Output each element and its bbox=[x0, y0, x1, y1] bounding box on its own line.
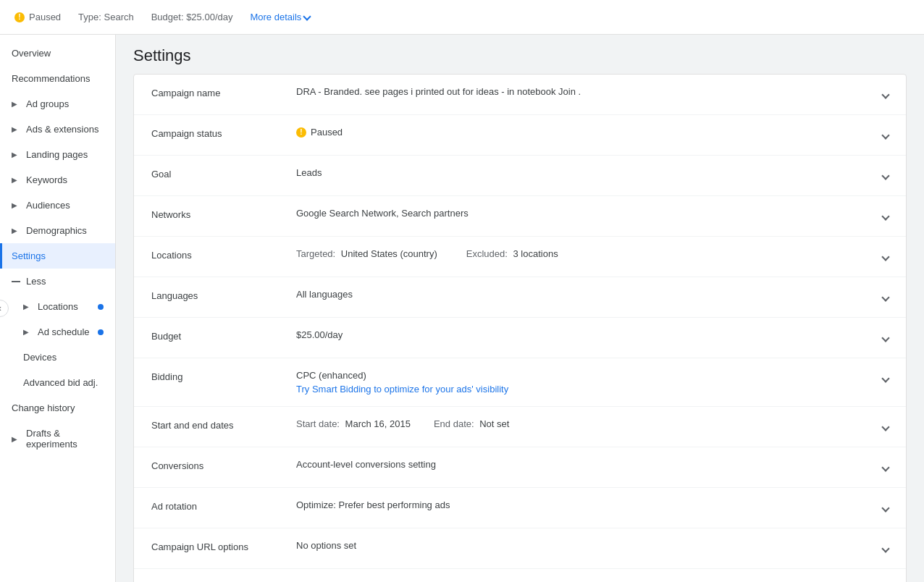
targeted-container: Targeted: United States (country) bbox=[296, 248, 437, 259]
settings-row-languages[interactable]: Languages All languages bbox=[134, 277, 906, 318]
chevron-down-icon bbox=[303, 12, 311, 20]
sidebar-item-ad-schedule[interactable]: ▶ Ad schedule bbox=[0, 319, 115, 345]
expand-row-icon[interactable] bbox=[871, 540, 889, 554]
chevron-icon bbox=[881, 212, 889, 220]
end-date-value: Not set bbox=[479, 418, 509, 429]
expand-row-icon[interactable] bbox=[871, 289, 889, 303]
sidebar-item-locations[interactable]: ▶ Locations bbox=[0, 294, 115, 319]
campaign-status-bar: ! Paused bbox=[14, 12, 61, 22]
settings-row-goal[interactable]: Goal Leads bbox=[134, 156, 906, 196]
sidebar-item-label: Devices bbox=[23, 352, 56, 363]
settings-row-budget[interactable]: Budget $25.00/day bbox=[134, 318, 906, 358]
paused-status-icon: ! bbox=[296, 127, 306, 138]
expand-icon: ▶ bbox=[12, 227, 17, 235]
chevron-icon bbox=[881, 544, 889, 552]
expand-icon: ▶ bbox=[23, 328, 29, 336]
settings-label-bidding: Bidding bbox=[151, 370, 296, 382]
paused-status-container: ! Paused bbox=[296, 127, 871, 138]
settings-row-campaign-name[interactable]: Campaign name DRA - Branded. see pages i… bbox=[134, 75, 906, 115]
expand-row-icon[interactable] bbox=[871, 127, 889, 141]
smart-bidding-link[interactable]: Try Smart Bidding to optimize for your a… bbox=[296, 384, 871, 395]
expand-row-icon[interactable] bbox=[871, 370, 889, 384]
expand-row-icon[interactable] bbox=[871, 499, 889, 514]
chevron-icon bbox=[881, 131, 889, 139]
sidebar-item-less[interactable]: Less bbox=[0, 269, 115, 294]
settings-row-bidding[interactable]: Bidding CPC (enhanced) Try Smart Bidding… bbox=[134, 358, 906, 407]
sidebar-item-keywords[interactable]: ▶ Keywords bbox=[0, 167, 115, 193]
dot-indicator bbox=[98, 329, 104, 335]
sidebar-item-advanced-bid[interactable]: Advanced bid adj. bbox=[0, 370, 115, 395]
expand-row-icon[interactable] bbox=[871, 329, 889, 344]
settings-row-campaign-status[interactable]: Campaign status ! Paused bbox=[134, 115, 906, 156]
sidebar-item-devices[interactable]: Devices bbox=[0, 345, 115, 370]
settings-row-url-options[interactable]: Campaign URL options No options set bbox=[134, 528, 906, 569]
sidebar-item-ads-extensions[interactable]: ▶ Ads & extensions bbox=[0, 117, 115, 142]
minus-icon bbox=[12, 281, 20, 282]
sidebar: ‹ Overview Recommendations ▶ Ad groups ▶… bbox=[0, 35, 116, 582]
sidebar-item-landing-pages[interactable]: ▶ Landing pages bbox=[0, 142, 115, 167]
settings-row-conversions[interactable]: Conversions Account-level conversions se… bbox=[134, 447, 906, 488]
chevron-icon bbox=[881, 504, 889, 512]
chevron-icon bbox=[881, 374, 889, 382]
settings-value-networks: Google Search Network, Search partners bbox=[296, 208, 871, 219]
expand-icon: ▶ bbox=[12, 125, 17, 133]
expand-icon: ▶ bbox=[12, 176, 17, 184]
expand-row-icon[interactable] bbox=[871, 418, 889, 433]
settings-value-dates: Start date: March 16, 2015 End date: Not… bbox=[296, 418, 871, 429]
chevron-icon bbox=[881, 463, 889, 471]
settings-value-languages: All languages bbox=[296, 289, 871, 300]
sidebar-item-overview[interactable]: Overview bbox=[0, 41, 115, 66]
sidebar-item-label: Ad groups bbox=[26, 98, 69, 109]
sidebar-item-demographics[interactable]: ▶ Demographics bbox=[0, 218, 115, 243]
sidebar-item-label: Ad schedule bbox=[38, 326, 90, 337]
settings-value-campaign-name: DRA - Branded. see pages i printed out f… bbox=[296, 86, 871, 97]
chevron-icon bbox=[881, 90, 889, 98]
settings-row-dates[interactable]: Start and end dates Start date: March 16… bbox=[134, 407, 906, 447]
page-title: Settings bbox=[133, 35, 907, 74]
sidebar-item-recommendations[interactable]: Recommendations bbox=[0, 66, 115, 91]
settings-label-url-options: Campaign URL options bbox=[151, 540, 296, 552]
settings-label-campaign-name: Campaign name bbox=[151, 86, 296, 98]
sidebar-item-audiences[interactable]: ▶ Audiences bbox=[0, 193, 115, 218]
expand-icon: ▶ bbox=[23, 303, 29, 311]
chevron-icon bbox=[881, 293, 889, 301]
start-date-value: March 16, 2015 bbox=[345, 418, 411, 429]
settings-row-dynamic-search[interactable]: Dynamic Search Ads setting Get automated… bbox=[134, 569, 906, 582]
more-details-button[interactable]: More details bbox=[250, 12, 310, 22]
expand-row-icon[interactable] bbox=[871, 86, 889, 101]
sidebar-item-label: Drafts & experiments bbox=[26, 428, 104, 450]
settings-label-locations: Locations bbox=[151, 248, 296, 261]
settings-row-networks[interactable]: Networks Google Search Network, Search p… bbox=[134, 196, 906, 237]
dot-indicator bbox=[98, 304, 104, 310]
start-date-label: Start date: bbox=[296, 418, 340, 429]
settings-label-languages: Languages bbox=[151, 289, 296, 301]
settings-label-ad-rotation: Ad rotation bbox=[151, 499, 296, 512]
expand-row-icon[interactable] bbox=[871, 208, 889, 222]
sidebar-item-change-history[interactable]: Change history bbox=[0, 395, 115, 421]
expand-row-icon[interactable] bbox=[871, 248, 889, 263]
end-date-container: End date: Not set bbox=[434, 418, 509, 429]
settings-row-ad-rotation[interactable]: Ad rotation Optimize: Prefer best perfor… bbox=[134, 488, 906, 528]
sidebar-item-ad-groups[interactable]: ▶ Ad groups bbox=[0, 91, 115, 117]
chevron-icon bbox=[881, 253, 889, 261]
sidebar-item-label: Landing pages bbox=[26, 149, 88, 160]
chevron-icon bbox=[881, 172, 889, 180]
sidebar-item-drafts-experiments[interactable]: ▶ Drafts & experiments bbox=[0, 421, 115, 457]
main-content: Settings Campaign name DRA - Branded. se… bbox=[116, 35, 924, 582]
sidebar-item-label: Advanced bid adj. bbox=[23, 377, 98, 388]
paused-text: Paused bbox=[311, 127, 343, 138]
settings-value-locations: Targeted: United States (country) Exclud… bbox=[296, 248, 871, 259]
bidding-type: CPC (enhanced) bbox=[296, 370, 871, 381]
expand-row-icon[interactable] bbox=[871, 459, 889, 473]
excluded-container: Excluded: 3 locations bbox=[466, 248, 558, 259]
settings-value-ad-rotation: Optimize: Prefer best performing ads bbox=[296, 499, 871, 510]
expand-icon: ▶ bbox=[12, 201, 17, 209]
settings-label-networks: Networks bbox=[151, 208, 296, 220]
settings-row-locations[interactable]: Locations Targeted: United States (count… bbox=[134, 237, 906, 277]
locations-value-container: Targeted: United States (country) Exclud… bbox=[296, 248, 871, 259]
budget-label: Budget: $25.00/day bbox=[151, 12, 233, 22]
sidebar-item-settings[interactable]: Settings bbox=[0, 243, 115, 269]
excluded-label: Excluded: bbox=[466, 248, 508, 259]
expand-row-icon[interactable] bbox=[871, 167, 889, 182]
excluded-value: 3 locations bbox=[513, 248, 558, 259]
